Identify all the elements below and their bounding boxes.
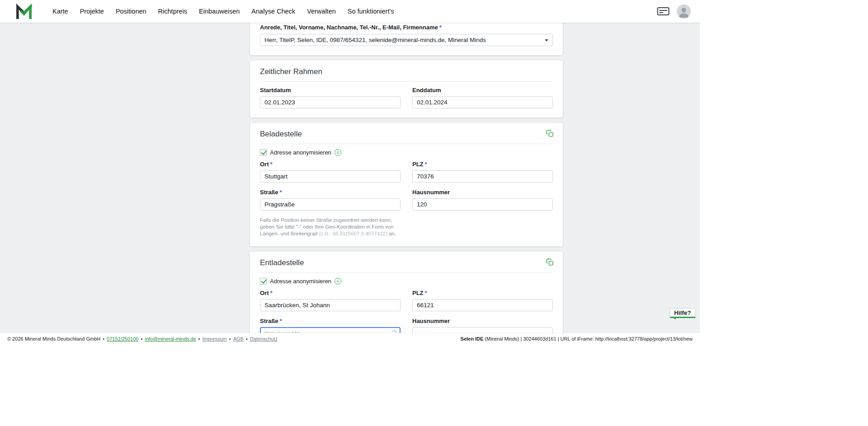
footer-copyright: © 2026 Mineral Minds Deutschland GmbH [7,336,100,342]
enddatum-label: Enddatum [412,87,553,94]
help-button[interactable]: Hilfe? [670,308,696,318]
scroll-area[interactable]: Anrede, Titel, Vorname, Nachname, Tel.-N… [0,23,700,333]
ort-label: Ort* [260,290,401,297]
ort-input[interactable] [260,299,401,311]
entladestelle-title: Entladestelle [260,258,553,268]
plz-input[interactable] [412,299,553,311]
footer-status: Selen IDE (Mineral Minds) | 30244603d161… [461,336,693,342]
divider [260,81,553,82]
copy-icon[interactable] [546,130,554,137]
nav-item-richtpreis[interactable]: Richtpreis [158,8,187,15]
strasse-label: Straße* [260,189,401,196]
divider [260,144,553,144]
footer-impressum-link[interactable]: Impressum [202,336,226,342]
strasse-label: Straße* [260,318,401,325]
footer-separator: • [103,336,104,342]
timeframe-title: Zeitlicher Rahmen [260,67,553,77]
hausnummer-field: Hausnummer [412,189,553,211]
required-asterisk: * [270,161,273,168]
footer: © 2026 Mineral Minds Deutschland GmbH • … [0,333,700,345]
nav-item-positionen[interactable]: Positionen [116,8,146,15]
startdatum-input[interactable] [260,96,401,108]
nav-item-so-funktionierts[interactable]: So funktioniert's [348,8,394,15]
ort-field: Ort* [260,161,401,183]
contact-label: Anrede, Titel, Vorname, Nachname, Tel.-N… [260,24,553,31]
hausnummer-field: Hausnummer [412,318,553,333]
strasse-input[interactable] [260,198,401,211]
hausnummer-input[interactable] [412,198,553,211]
entladestelle-card: Entladestelle Adresse anonymisieren i Or… [250,252,563,333]
app-window: Karte Projekte Positionen Richtpreis Ein… [0,0,700,345]
user-avatar[interactable] [677,5,691,19]
navbar-right-actions [657,5,691,19]
startdatum-field: Startdatum [260,87,401,108]
logo-m-check-icon [15,4,33,19]
anonymize-label: Adresse anonymisieren [270,278,331,285]
enddatum-input[interactable] [412,96,553,108]
hausnummer-label: Hausnummer [412,318,553,325]
strasse-field: Straße* [260,189,401,211]
geo-coordinates-example: (z.B.: 48.8115607,9.4077422) [319,231,387,236]
footer-separator: • [198,336,200,342]
nav-item-einbauweisen[interactable]: Einbauweisen [199,8,240,15]
required-asterisk: * [425,290,427,296]
strasse-field: Straße* [260,318,401,333]
footer-email-link[interactable]: info@mineral-minds.de [145,336,196,342]
strasse-input[interactable] [260,327,401,333]
contact-card: Anrede, Titel, Vorname, Nachname, Tel.-N… [250,23,563,55]
startdatum-label: Startdatum [260,87,401,94]
nav-item-projekte[interactable]: Projekte [80,8,104,15]
footer-agb-link[interactable]: AGB [233,336,244,342]
required-asterisk: * [270,290,273,296]
divider [260,272,553,273]
person-icon [677,5,691,19]
copy-icon[interactable] [546,258,554,266]
anonymize-row: Adresse anonymisieren i [260,149,553,156]
footer-datenschutz-link[interactable]: Datenschutz [250,336,278,342]
required-asterisk: * [425,161,427,168]
footer-phone-link[interactable]: 07151/250100 [107,336,138,342]
enddatum-field: Enddatum [412,87,553,108]
chevron-down-icon [545,39,548,42]
contact-select-value: Herr, TitelP, Selen, IDE, 0987/654321, s… [264,37,486,43]
footer-separator: • [229,336,231,342]
anonymize-label: Adresse anonymisieren [270,149,331,156]
required-asterisk: * [439,24,442,31]
server-icon[interactable] [657,7,670,16]
nav-item-karte[interactable]: Karte [52,8,68,15]
required-asterisk: * [279,318,282,324]
info-icon[interactable]: i [335,278,341,285]
nav-item-analyse-check[interactable]: Analyse Check [251,8,295,15]
footer-separator: • [246,336,248,342]
footer-status-detail: (Mineral Minds) | 30244603d161 | URL of … [483,336,693,342]
plz-field: PLZ* [412,290,553,311]
plz-label: PLZ* [412,161,553,168]
hausnummer-label: Hausnummer [412,189,553,196]
ort-field: Ort* [260,290,401,311]
required-asterisk: * [279,189,282,196]
anonymize-row: Adresse anonymisieren i [260,278,553,285]
contact-select[interactable]: Herr, TitelP, Selen, IDE, 0987/654321, s… [260,34,553,46]
ort-label: Ort* [260,161,401,168]
lot-form: Anrede, Titel, Vorname, Nachname, Tel.-N… [250,23,563,333]
top-navbar: Karte Projekte Positionen Richtpreis Ein… [0,0,700,23]
strasse-helper-text: Falls die Position keiner Straße zugeord… [260,217,401,237]
hausnummer-input[interactable] [412,327,553,333]
plz-input[interactable] [412,170,553,183]
ort-input[interactable] [260,170,401,183]
info-icon[interactable]: i [335,149,341,156]
anonymize-checkbox[interactable] [260,278,267,285]
timeframe-card: Zeitlicher Rahmen Startdatum Enddatum [250,61,563,117]
plz-field: PLZ* [412,161,553,183]
beladestelle-card: Beladestelle Adresse anonymisieren i Ort… [250,123,563,246]
plz-label: PLZ* [412,290,553,297]
nav-item-verwalten[interactable]: Verwalten [307,8,336,15]
beladestelle-title: Beladestelle [260,129,553,139]
footer-separator: • [141,336,142,342]
anonymize-checkbox[interactable] [260,149,267,156]
footer-status-user: Selen IDE [461,336,484,342]
mineral-minds-logo[interactable] [15,3,33,19]
